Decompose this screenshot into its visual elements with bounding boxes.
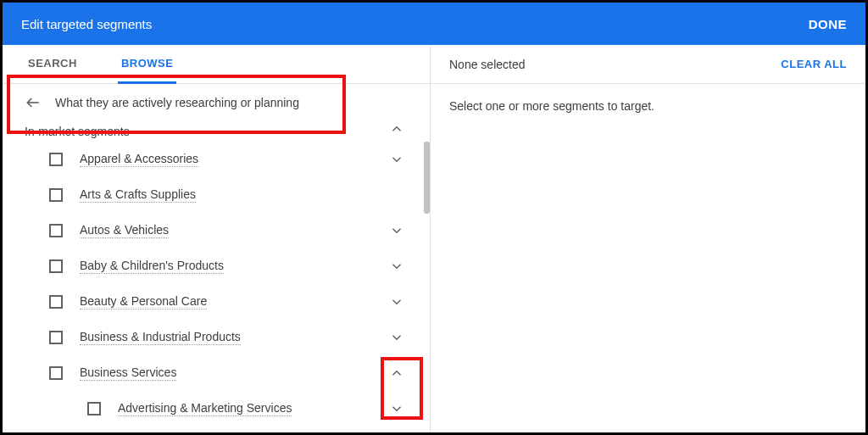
chevron-down-icon[interactable] — [389, 294, 404, 310]
tab-browse[interactable]: BROWSE — [118, 45, 177, 84]
tab-search[interactable]: SEARCH — [25, 45, 81, 84]
chevron-down-icon[interactable] — [389, 259, 404, 274]
done-button[interactable]: DONE — [809, 17, 847, 31]
chevron-down-icon[interactable] — [389, 330, 404, 345]
dialog-title: Edit targeted segments — [21, 17, 152, 31]
list-item-label: Business Services — [80, 365, 176, 381]
chevron-down-icon[interactable] — [389, 401, 404, 416]
chevron-up-icon[interactable] — [389, 365, 404, 381]
list-item[interactable]: Advertising & Marketing Services — [3, 391, 430, 427]
checkbox[interactable] — [49, 295, 63, 309]
list-item-label: Baby & Children's Products — [80, 259, 224, 274]
checkbox[interactable] — [49, 366, 63, 380]
scrollbar[interactable] — [424, 142, 430, 214]
list-item-label: Arts & Crafts Supplies — [80, 187, 196, 203]
list-item[interactable]: Arts & Crafts Supplies — [3, 177, 430, 213]
list-item[interactable]: Business & Industrial Products — [3, 320, 430, 355]
chevron-up-icon[interactable] — [389, 121, 404, 137]
checkbox[interactable] — [49, 224, 63, 237]
back-arrow-icon[interactable] — [25, 94, 42, 111]
list-item-label: Beauty & Personal Care — [80, 294, 207, 310]
checkbox[interactable] — [87, 402, 101, 415]
chevron-down-icon[interactable] — [389, 152, 404, 167]
selection-count: None selected — [449, 58, 526, 71]
breadcrumb: What they are actively researching or pl… — [3, 84, 430, 121]
tab-bar: SEARCH BROWSE — [3, 45, 430, 84]
list-item[interactable]: Apparel & Accessories — [3, 142, 430, 177]
selection-hint: Select one or more segments to target. — [449, 99, 654, 113]
checkbox[interactable] — [49, 331, 63, 344]
list-item-label: Autos & Vehicles — [80, 223, 169, 238]
section-in-market[interactable]: In-market segments — [3, 121, 430, 142]
checkbox[interactable] — [49, 259, 63, 273]
checkbox[interactable] — [49, 188, 63, 202]
list-item[interactable]: Baby & Children's Products — [3, 248, 430, 284]
list-item[interactable]: Beauty & Personal Care — [3, 284, 430, 320]
list-item-label: Advertising & Marketing Services — [118, 401, 292, 416]
chevron-down-icon[interactable] — [389, 223, 404, 238]
list-item[interactable]: Business Services — [3, 355, 430, 391]
list-item-label: Business & Industrial Products — [80, 330, 241, 345]
list-item-label: Apparel & Accessories — [80, 152, 198, 167]
list-item[interactable]: Autos & Vehicles — [3, 213, 430, 248]
clear-all-button[interactable]: CLEAR ALL — [781, 58, 847, 70]
breadcrumb-label: What they are actively researching or pl… — [55, 96, 299, 109]
segment-list: Apparel & Accessories Arts & Crafts Supp… — [3, 142, 430, 432]
checkbox[interactable] — [49, 153, 63, 166]
